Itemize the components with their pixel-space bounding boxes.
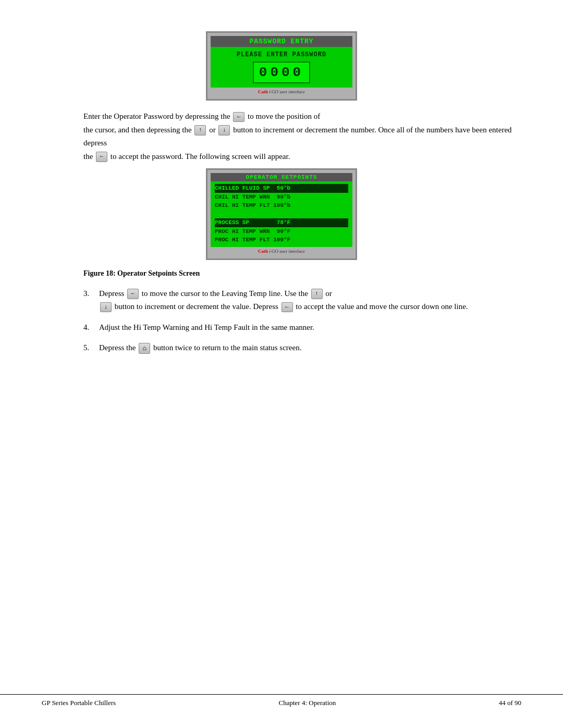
op-row-4: PROCESS SP 78°F (215, 218, 348, 227)
list-item-4: 4. Adjust the Hi Temp Warning and Hi Tem… (83, 321, 521, 335)
password-footer-text: i·GO user interface (269, 89, 305, 94)
list3-text-middle4: to accept the value and move the cursor … (296, 302, 468, 311)
intro-text-part2: to move the position of (248, 112, 320, 120)
footer-right: 44 of 90 (499, 699, 521, 707)
arrow-left-button-3b (282, 302, 293, 312)
list3-text-middle3: button to increment or decrement the val… (115, 302, 280, 311)
list-num-3: 3. (83, 287, 99, 314)
home-button-5 (139, 343, 150, 354)
list5-text-after: button twice to return to the main statu… (153, 343, 302, 352)
arrow-down-button-inline-1 (218, 125, 230, 135)
intro-text-part7: to accept the password. The following sc… (111, 152, 290, 161)
password-screen-subtitle: PLEASE ENTER PASSWORD (216, 51, 347, 58)
intro-text-part1: Enter the Operator Password by depressin… (83, 112, 230, 120)
intro-text-part6: the (83, 152, 93, 161)
list-content-3: Depress to move the cursor to the Leavin… (99, 287, 521, 314)
intro-paragraph: Enter the Operator Password by depressin… (83, 110, 521, 163)
op-row-0: CHILLED FLUID SP 50°b (215, 184, 348, 193)
list3-text-before: Depress (99, 289, 126, 298)
operator-screen-body: CHILLED FLUID SP 50°b CHIL HI TEMP WRN 9… (211, 181, 352, 247)
arrow-left-button-3 (127, 289, 139, 299)
password-screen-value: 0000 (253, 61, 310, 83)
list-content-5: Depress the button twice to return to th… (99, 341, 521, 355)
op-row-3 (215, 210, 348, 219)
list-item-3: 3. Depress to move the cursor to the Lea… (83, 287, 521, 314)
arrow-left-button-inline-2 (96, 152, 107, 162)
password-screen-footer: Cath i·GO user interface (211, 88, 352, 96)
arrow-down-button-3 (100, 302, 112, 312)
list5-text-before: Depress the (99, 343, 138, 352)
password-screen: PASSWORD ENTRY PLEASE ENTER PASSWORD 000… (206, 31, 357, 101)
password-screen-title: PASSWORD ENTRY (211, 36, 352, 47)
page-footer: GP Series Portable Chillers Chapter 4: O… (0, 694, 563, 707)
numbered-list: 3. Depress to move the cursor to the Lea… (83, 287, 521, 355)
op-row-6: PROC HI TEMP FLT 100°F (215, 236, 348, 244)
password-screen-body: PLEASE ENTER PASSWORD 0000 (211, 47, 352, 88)
operator-footer-brand: Cath (258, 249, 268, 254)
figure-caption: Figure 18: Operator Setpoints Screen (83, 269, 521, 278)
operator-footer-text: i·GO user interface (269, 249, 305, 254)
password-footer-brand: Cath (258, 89, 268, 94)
list3-text-middle1: to move the cursor to the Leaving Temp l… (142, 289, 310, 298)
intro-text-part4: or (209, 126, 216, 134)
intro-text-part3: the cursor, and then depressing the (83, 126, 192, 134)
arrow-up-button-inline-1 (194, 125, 206, 135)
operator-screen: OPERATOR SETPOINTS CHILLED FLUID SP 50°b… (206, 168, 357, 260)
password-screen-container: PASSWORD ENTRY PLEASE ENTER PASSWORD 000… (42, 31, 521, 101)
page-content: PASSWORD ENTRY PLEASE ENTER PASSWORD 000… (0, 0, 563, 404)
operator-screen-footer: Cath i·GO user interface (211, 247, 352, 255)
footer-center: Chapter 4: Operation (279, 699, 336, 707)
list3-text-middle2: or (325, 289, 332, 298)
op-row-1: CHIL HI TEMP WRN 90°b (215, 193, 348, 202)
operator-screen-title: OPERATOR SETPOINTS (211, 173, 352, 181)
op-row-2: CHIL HI TEMP FLT 100°b (215, 201, 348, 210)
list-num-4: 4. (83, 321, 99, 335)
list-num-5: 5. (83, 341, 99, 355)
list-item-5: 5. Depress the button twice to return to… (83, 341, 521, 355)
arrow-left-button-inline-1 (233, 112, 244, 122)
list4-text: Adjust the Hi Temp Warning and Hi Temp F… (99, 323, 314, 331)
footer-left: GP Series Portable Chillers (42, 699, 116, 707)
list-content-4: Adjust the Hi Temp Warning and Hi Temp F… (99, 321, 521, 335)
op-row-5: PROC HI TEMP WRN 90°F (215, 227, 348, 236)
operator-screen-container: OPERATOR SETPOINTS CHILLED FLUID SP 50°b… (42, 168, 521, 260)
arrow-up-button-3 (311, 289, 323, 299)
